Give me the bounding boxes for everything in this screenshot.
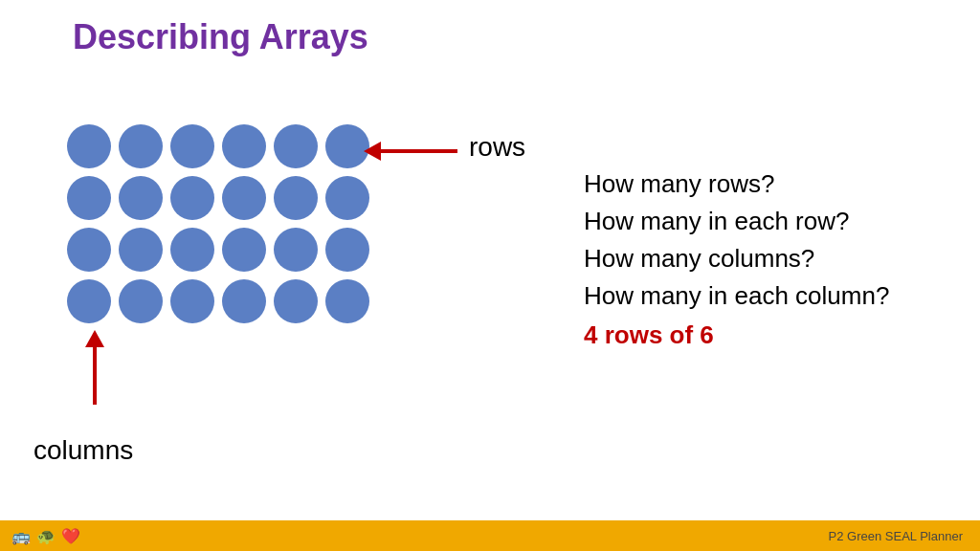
arrow-shaft — [381, 149, 457, 153]
dot — [325, 176, 369, 220]
dot — [274, 124, 318, 168]
rows-label: rows — [469, 132, 525, 163]
arrow-head-up-icon — [85, 330, 104, 347]
question-2: How many in each row? — [584, 205, 889, 238]
dot — [67, 124, 111, 168]
question-1: How many rows? — [584, 167, 889, 201]
dot — [274, 279, 318, 323]
footer-icons: 🚌 🐢 ❤️ — [11, 527, 80, 545]
arrow-head-left-icon — [364, 142, 381, 161]
dot — [222, 228, 266, 272]
dot — [274, 228, 318, 272]
footer-bar: 🚌 🐢 ❤️ P2 Green SEAL Planner — [0, 520, 980, 551]
columns-label: columns — [33, 435, 133, 466]
dot — [222, 279, 266, 323]
dot — [222, 124, 266, 168]
dot — [325, 279, 369, 323]
dot-array — [67, 124, 371, 325]
footer-icon-heart: ❤️ — [61, 527, 80, 545]
questions-container: How many rows? How many in each row? How… — [584, 167, 889, 350]
dot — [67, 279, 111, 323]
footer-icon-bus: 🚌 — [11, 527, 31, 545]
rows-arrow-container — [364, 142, 457, 161]
dot — [170, 176, 214, 220]
arrow-shaft-vertical — [93, 347, 97, 405]
dot — [170, 124, 214, 168]
dot — [67, 176, 111, 220]
dot — [222, 176, 266, 220]
footer-icon-turtle: 🐢 — [36, 527, 56, 545]
dot — [119, 279, 163, 323]
page-title: Describing Arrays — [73, 17, 368, 57]
dot — [274, 176, 318, 220]
dot — [170, 228, 214, 272]
footer-credit: P2 Green SEAL Planner — [829, 529, 963, 543]
dot — [67, 228, 111, 272]
answer-text: 4 rows of 6 — [584, 320, 889, 350]
question-4: How many in each column? — [584, 279, 889, 313]
dot — [119, 176, 163, 220]
dot — [170, 279, 214, 323]
dot — [119, 228, 163, 272]
dot-grid — [67, 124, 371, 325]
rows-arrow — [364, 142, 457, 161]
dot — [119, 124, 163, 168]
question-3: How many columns? — [584, 242, 889, 276]
dot — [325, 228, 369, 272]
columns-arrow-container — [85, 330, 104, 405]
